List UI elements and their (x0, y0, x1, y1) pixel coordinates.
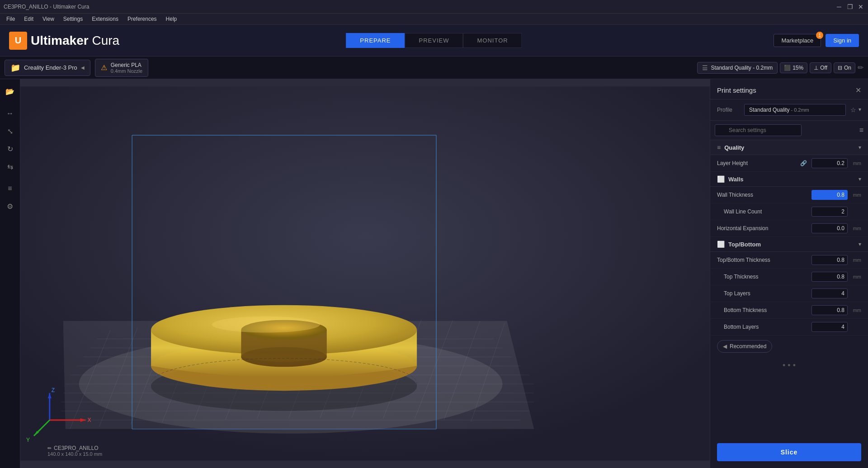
tab-prepare[interactable]: PREPARE (346, 33, 405, 48)
more-settings-indicator: • • • (710, 357, 868, 374)
search-wrapper: 🔍 (715, 124, 857, 136)
top-bottom-section-icon: ⬜ (717, 241, 725, 248)
settings-menu-icon[interactable]: ≡ (859, 126, 863, 134)
top-bottom-thickness-input[interactable] (811, 255, 848, 265)
walls-section-icon: ⬜ (717, 175, 725, 183)
top-layers-input[interactable] (811, 288, 848, 298)
tool-rotate[interactable]: ↻ (2, 141, 18, 156)
filament-selector[interactable]: ⚠ Generic PLA 0.4mm Nozzle (95, 59, 148, 77)
menu-file[interactable]: File (2, 15, 19, 23)
profile-label: Profile (717, 107, 740, 113)
folder-icon: 📁 (10, 63, 20, 73)
tool-mirror[interactable]: ⇆ (2, 159, 18, 174)
tab-monitor[interactable]: MONITOR (463, 33, 522, 48)
svg-line-17 (194, 322, 232, 421)
layer-height-row: Layer Height 🔗 mm (710, 155, 868, 172)
tool-support[interactable]: ≡ (2, 181, 18, 196)
minimize-button[interactable]: ─ (835, 3, 843, 10)
quality-section-icon: ≡ (717, 144, 721, 151)
svg-marker-40 (48, 393, 52, 398)
menu-preferences[interactable]: Preferences (123, 15, 161, 23)
walls-chevron-icon: ▾ (859, 176, 861, 182)
logo-icon: U (9, 32, 27, 50)
settings-content[interactable]: ≡ Quality ▾ Layer Height 🔗 mm ⬜ Walls ▾ … (710, 140, 868, 436)
horizontal-expansion-unit: mm (850, 226, 861, 231)
recommended-button[interactable]: ◀ Recommended (717, 340, 772, 353)
top-bottom-chevron-icon: ▾ (859, 241, 861, 247)
menu-extensions[interactable]: Extensions (87, 15, 123, 23)
svg-point-33 (151, 341, 417, 391)
profile-star-icon[interactable]: ☆ (850, 106, 856, 113)
menu-help[interactable]: Help (161, 15, 182, 23)
bottom-thickness-row: Bottom Thickness mm (710, 302, 868, 319)
top-bottom-section-title: Top/Bottom (728, 241, 855, 248)
layer-height-label: Layer Height (717, 160, 798, 166)
horizontal-expansion-label: Horizontal Expansion (717, 225, 809, 232)
infill-icon: ⬛ (784, 65, 791, 71)
svg-line-13 (70, 330, 111, 429)
top-bottom-thickness-unit: mm (850, 257, 861, 263)
top-thickness-row: Top Thickness mm (710, 269, 868, 285)
tool-scale[interactable]: ⤡ (2, 123, 18, 139)
profile-dropdown-icon[interactable]: ▾ (859, 106, 861, 113)
support-label: Off (820, 65, 827, 71)
viewport: Z X Y ✏ CE3PRO_ANILLO 140.0 x 140.0 x 15… (20, 79, 710, 468)
wall-thickness-unit: mm (850, 192, 861, 198)
adhesion-label: On (844, 65, 851, 71)
top-thickness-input[interactable] (811, 272, 848, 282)
wall-thickness-row: Wall Thickness mm (710, 187, 868, 203)
wall-line-count-input[interactable] (811, 207, 848, 217)
quality-section-header[interactable]: ≡ Quality ▾ (710, 140, 868, 155)
bottom-thickness-input[interactable] (811, 305, 848, 315)
model-label: ✏ CE3PRO_ANILLO 140.0 x 140.0 x 15.0 mm (47, 445, 102, 457)
layer-height-input[interactable] (811, 158, 848, 168)
adhesion-badge[interactable]: ⊟ On (834, 62, 855, 73)
wall-thickness-input[interactable] (811, 190, 848, 200)
quality-icon: ☰ (702, 64, 708, 71)
svg-line-16 (162, 323, 201, 422)
profile-value: Standard Quality - 0.2mm (749, 107, 809, 113)
right-panel: Print settings ✕ Profile Standard Qualit… (710, 79, 868, 468)
3d-ring-object[interactable] (151, 305, 417, 411)
marketplace-button[interactable]: Marketplace 1 (774, 34, 821, 47)
signin-button[interactable]: Sign in (826, 34, 859, 47)
menu-edit[interactable]: Edit (19, 15, 38, 23)
tab-preview[interactable]: PREVIEW (405, 33, 463, 48)
restore-button[interactable]: ❐ (846, 3, 854, 10)
main-area: 📂 ↔ ⤡ ↻ ⇆ ≡ ⚙ (0, 79, 868, 468)
print-settings-close-icon[interactable]: ✕ (855, 86, 861, 95)
bottom-layers-input[interactable] (811, 322, 848, 332)
walls-section-header[interactable]: ⬜ Walls ▾ (710, 172, 868, 187)
machine-selector[interactable]: 📁 Creality Ender-3 Pro ◀ (5, 60, 90, 76)
grid-floor (61, 135, 534, 434)
filament-nozzle: 0.4mm Nozzle (111, 68, 142, 74)
bottom-thickness-label: Bottom Thickness (724, 307, 809, 313)
menu-settings[interactable]: Settings (59, 15, 87, 23)
wall-line-count-label: Wall Line Count (724, 208, 809, 215)
menu-view[interactable]: View (38, 15, 59, 23)
filament-name: Generic PLA (111, 62, 142, 68)
titlebar-controls: ─ ❐ ✕ (835, 3, 864, 10)
profile-selector[interactable]: Standard Quality - 0.2mm (744, 104, 846, 116)
search-input[interactable] (715, 124, 802, 136)
top-bottom-section-header[interactable]: ⬜ Top/Bottom ▾ (710, 237, 868, 252)
quality-badge[interactable]: ☰ Standard Quality - 0.2mm (697, 62, 778, 74)
svg-line-18 (226, 321, 264, 420)
quality-chevron-icon: ▾ (859, 144, 861, 151)
wall-line-count-row: Wall Line Count (710, 203, 868, 220)
horizontal-expansion-input[interactable] (811, 223, 848, 233)
support-badge[interactable]: ⊥ Off (810, 62, 831, 73)
tool-move[interactable]: ↔ (2, 106, 18, 121)
infill-badge[interactable]: ⬛ 15% (780, 62, 807, 73)
search-bar: 🔍 ≡ (710, 121, 868, 140)
close-button[interactable]: ✕ (857, 3, 864, 10)
tool-settings2[interactable]: ⚙ (2, 199, 18, 214)
wall-thickness-label: Wall Thickness (717, 192, 809, 198)
svg-point-36 (241, 320, 326, 340)
svg-point-32 (151, 361, 417, 411)
svg-line-23 (383, 320, 421, 419)
viewport-svg: Z X Y (20, 79, 710, 468)
slice-button[interactable]: Slice (717, 443, 861, 461)
subheader-right: ☰ Standard Quality - 0.2mm ⬛ 15% ⊥ Off ⊟… (697, 62, 863, 74)
tool-open[interactable]: 📂 (2, 84, 18, 99)
